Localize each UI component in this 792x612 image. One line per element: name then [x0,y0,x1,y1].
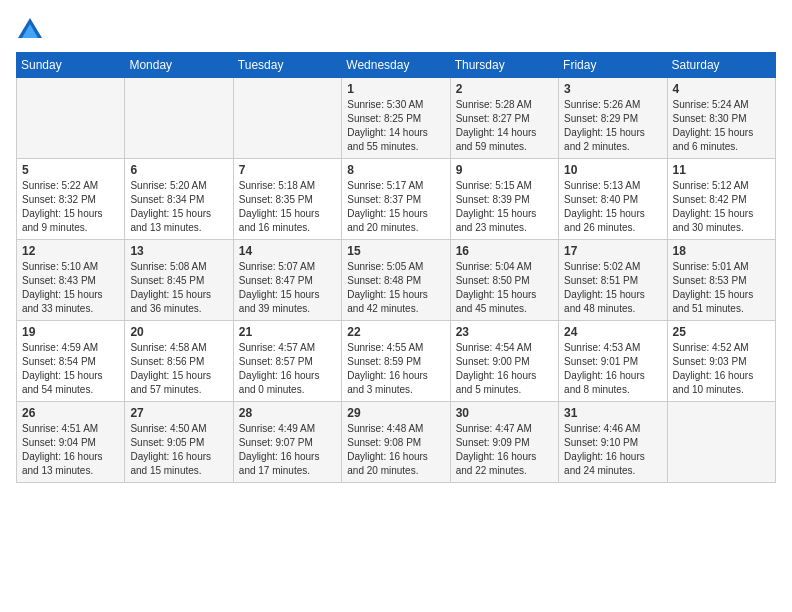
calendar-cell: 16Sunrise: 5:04 AM Sunset: 8:50 PM Dayli… [450,240,558,321]
day-info: Sunrise: 4:54 AM Sunset: 9:00 PM Dayligh… [456,341,553,397]
calendar-header-cell: Tuesday [233,53,341,78]
day-info: Sunrise: 5:10 AM Sunset: 8:43 PM Dayligh… [22,260,119,316]
calendar-cell: 4Sunrise: 5:24 AM Sunset: 8:30 PM Daylig… [667,78,775,159]
day-info: Sunrise: 5:15 AM Sunset: 8:39 PM Dayligh… [456,179,553,235]
calendar-cell: 20Sunrise: 4:58 AM Sunset: 8:56 PM Dayli… [125,321,233,402]
calendar-cell: 23Sunrise: 4:54 AM Sunset: 9:00 PM Dayli… [450,321,558,402]
calendar-cell: 14Sunrise: 5:07 AM Sunset: 8:47 PM Dayli… [233,240,341,321]
day-info: Sunrise: 5:13 AM Sunset: 8:40 PM Dayligh… [564,179,661,235]
calendar-cell: 27Sunrise: 4:50 AM Sunset: 9:05 PM Dayli… [125,402,233,483]
calendar-cell: 9Sunrise: 5:15 AM Sunset: 8:39 PM Daylig… [450,159,558,240]
day-number: 10 [564,163,661,177]
calendar-cell: 11Sunrise: 5:12 AM Sunset: 8:42 PM Dayli… [667,159,775,240]
day-number: 23 [456,325,553,339]
calendar-header-cell: Saturday [667,53,775,78]
day-number: 30 [456,406,553,420]
day-number: 5 [22,163,119,177]
day-number: 13 [130,244,227,258]
calendar-cell [125,78,233,159]
day-info: Sunrise: 5:12 AM Sunset: 8:42 PM Dayligh… [673,179,770,235]
day-info: Sunrise: 4:51 AM Sunset: 9:04 PM Dayligh… [22,422,119,478]
calendar-cell: 25Sunrise: 4:52 AM Sunset: 9:03 PM Dayli… [667,321,775,402]
day-number: 26 [22,406,119,420]
day-number: 7 [239,163,336,177]
calendar-cell: 30Sunrise: 4:47 AM Sunset: 9:09 PM Dayli… [450,402,558,483]
calendar-cell: 15Sunrise: 5:05 AM Sunset: 8:48 PM Dayli… [342,240,450,321]
calendar-cell: 5Sunrise: 5:22 AM Sunset: 8:32 PM Daylig… [17,159,125,240]
day-info: Sunrise: 4:55 AM Sunset: 8:59 PM Dayligh… [347,341,444,397]
calendar-cell [667,402,775,483]
calendar-cell: 28Sunrise: 4:49 AM Sunset: 9:07 PM Dayli… [233,402,341,483]
day-info: Sunrise: 4:48 AM Sunset: 9:08 PM Dayligh… [347,422,444,478]
logo [16,16,46,44]
page-header [16,16,776,44]
calendar-cell: 8Sunrise: 5:17 AM Sunset: 8:37 PM Daylig… [342,159,450,240]
day-number: 28 [239,406,336,420]
day-number: 11 [673,163,770,177]
day-number: 31 [564,406,661,420]
calendar-body: 1Sunrise: 5:30 AM Sunset: 8:25 PM Daylig… [17,78,776,483]
calendar-cell: 17Sunrise: 5:02 AM Sunset: 8:51 PM Dayli… [559,240,667,321]
day-info: Sunrise: 5:28 AM Sunset: 8:27 PM Dayligh… [456,98,553,154]
calendar-header-row: SundayMondayTuesdayWednesdayThursdayFrid… [17,53,776,78]
calendar-cell: 22Sunrise: 4:55 AM Sunset: 8:59 PM Dayli… [342,321,450,402]
calendar-week-row: 12Sunrise: 5:10 AM Sunset: 8:43 PM Dayli… [17,240,776,321]
day-info: Sunrise: 4:52 AM Sunset: 9:03 PM Dayligh… [673,341,770,397]
calendar-cell: 31Sunrise: 4:46 AM Sunset: 9:10 PM Dayli… [559,402,667,483]
day-info: Sunrise: 4:47 AM Sunset: 9:09 PM Dayligh… [456,422,553,478]
calendar-cell: 2Sunrise: 5:28 AM Sunset: 8:27 PM Daylig… [450,78,558,159]
day-number: 18 [673,244,770,258]
calendar-header-cell: Friday [559,53,667,78]
calendar-cell [233,78,341,159]
day-info: Sunrise: 5:18 AM Sunset: 8:35 PM Dayligh… [239,179,336,235]
day-number: 12 [22,244,119,258]
day-info: Sunrise: 5:22 AM Sunset: 8:32 PM Dayligh… [22,179,119,235]
day-number: 2 [456,82,553,96]
day-info: Sunrise: 4:59 AM Sunset: 8:54 PM Dayligh… [22,341,119,397]
day-info: Sunrise: 5:01 AM Sunset: 8:53 PM Dayligh… [673,260,770,316]
calendar-cell: 12Sunrise: 5:10 AM Sunset: 8:43 PM Dayli… [17,240,125,321]
day-info: Sunrise: 5:02 AM Sunset: 8:51 PM Dayligh… [564,260,661,316]
day-number: 15 [347,244,444,258]
calendar-header-cell: Sunday [17,53,125,78]
calendar-cell: 21Sunrise: 4:57 AM Sunset: 8:57 PM Dayli… [233,321,341,402]
day-info: Sunrise: 4:53 AM Sunset: 9:01 PM Dayligh… [564,341,661,397]
day-info: Sunrise: 5:20 AM Sunset: 8:34 PM Dayligh… [130,179,227,235]
calendar-week-row: 1Sunrise: 5:30 AM Sunset: 8:25 PM Daylig… [17,78,776,159]
day-info: Sunrise: 4:50 AM Sunset: 9:05 PM Dayligh… [130,422,227,478]
calendar-header-cell: Thursday [450,53,558,78]
calendar-cell: 10Sunrise: 5:13 AM Sunset: 8:40 PM Dayli… [559,159,667,240]
day-number: 4 [673,82,770,96]
calendar-cell: 3Sunrise: 5:26 AM Sunset: 8:29 PM Daylig… [559,78,667,159]
day-info: Sunrise: 5:08 AM Sunset: 8:45 PM Dayligh… [130,260,227,316]
day-info: Sunrise: 4:57 AM Sunset: 8:57 PM Dayligh… [239,341,336,397]
day-info: Sunrise: 5:17 AM Sunset: 8:37 PM Dayligh… [347,179,444,235]
day-number: 1 [347,82,444,96]
day-number: 21 [239,325,336,339]
day-number: 6 [130,163,227,177]
day-number: 19 [22,325,119,339]
day-info: Sunrise: 5:26 AM Sunset: 8:29 PM Dayligh… [564,98,661,154]
calendar-week-row: 5Sunrise: 5:22 AM Sunset: 8:32 PM Daylig… [17,159,776,240]
day-info: Sunrise: 5:07 AM Sunset: 8:47 PM Dayligh… [239,260,336,316]
day-info: Sunrise: 5:05 AM Sunset: 8:48 PM Dayligh… [347,260,444,316]
calendar-cell: 29Sunrise: 4:48 AM Sunset: 9:08 PM Dayli… [342,402,450,483]
calendar-cell: 18Sunrise: 5:01 AM Sunset: 8:53 PM Dayli… [667,240,775,321]
day-number: 8 [347,163,444,177]
day-number: 14 [239,244,336,258]
day-number: 25 [673,325,770,339]
calendar-cell: 26Sunrise: 4:51 AM Sunset: 9:04 PM Dayli… [17,402,125,483]
day-info: Sunrise: 4:46 AM Sunset: 9:10 PM Dayligh… [564,422,661,478]
calendar-cell [17,78,125,159]
day-number: 29 [347,406,444,420]
day-number: 17 [564,244,661,258]
calendar-cell: 13Sunrise: 5:08 AM Sunset: 8:45 PM Dayli… [125,240,233,321]
calendar-cell: 6Sunrise: 5:20 AM Sunset: 8:34 PM Daylig… [125,159,233,240]
day-number: 16 [456,244,553,258]
calendar-week-row: 26Sunrise: 4:51 AM Sunset: 9:04 PM Dayli… [17,402,776,483]
calendar-cell: 7Sunrise: 5:18 AM Sunset: 8:35 PM Daylig… [233,159,341,240]
calendar-header-cell: Wednesday [342,53,450,78]
day-number: 3 [564,82,661,96]
calendar-cell: 1Sunrise: 5:30 AM Sunset: 8:25 PM Daylig… [342,78,450,159]
day-number: 27 [130,406,227,420]
